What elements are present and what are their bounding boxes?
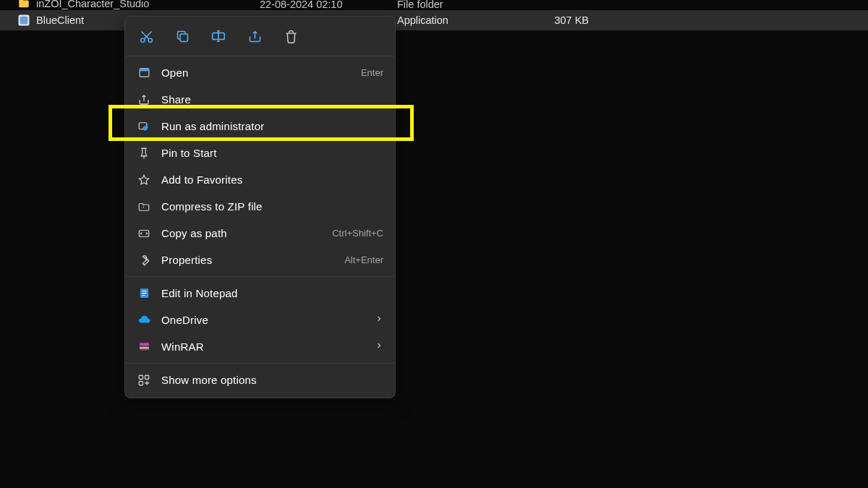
rename-icon[interactable]: [210, 28, 226, 44]
menu-item-onedrive[interactable]: OneDrive: [125, 307, 395, 333]
file-size: 307 KB: [531, 14, 589, 26]
svg-rect-15: [145, 375, 149, 379]
menu-item-winrar[interactable]: WinRAR: [125, 333, 395, 360]
pin-icon: [137, 146, 151, 160]
zip-icon: [137, 200, 151, 214]
file-row[interactable]: inZOI_Character_Studio 22-08-2024 02:10 …: [0, 0, 868, 10]
menu-item-label: Run as administrator: [161, 120, 383, 132]
share-icon[interactable]: [247, 28, 263, 44]
action-bar: [125, 21, 395, 53]
menu-item-label: OneDrive: [161, 314, 375, 326]
svg-rect-1: [20, 17, 28, 25]
svg-rect-14: [139, 375, 142, 379]
context-menu: Open Enter Share Run as administrator Pi…: [124, 16, 396, 398]
menu-item-label: Copy as path: [161, 227, 332, 239]
onedrive-icon: [137, 313, 151, 328]
menu-item-properties[interactable]: Properties Alt+Enter: [125, 247, 395, 273]
file-type: File folder: [397, 0, 531, 10]
menu-item-open[interactable]: Open Enter: [125, 59, 395, 86]
file-type: Application: [397, 14, 531, 26]
notepad-icon: [137, 286, 151, 301]
menu-item-label: Show more options: [161, 374, 383, 386]
copy-path-icon: [137, 226, 151, 241]
menu-item-copy-path[interactable]: Copy as path Ctrl+Shift+C: [125, 220, 395, 247]
menu-item-label: Compress to ZIP file: [161, 200, 383, 213]
menu-item-label: Properties: [161, 254, 344, 266]
cut-icon[interactable]: [138, 28, 154, 44]
winrar-icon: [137, 340, 151, 354]
menu-item-pin[interactable]: Pin to Start: [125, 140, 395, 166]
menu-item-shortcut: Ctrl+Shift+C: [332, 228, 383, 239]
file-name: inZOI_Character_Studio: [36, 0, 149, 9]
app-icon: [17, 14, 30, 27]
menu-item-more-options[interactable]: Show more options: [125, 367, 395, 393]
open-icon: [137, 66, 151, 80]
copy-icon[interactable]: [174, 28, 190, 44]
admin-shield-icon: [137, 119, 151, 134]
menu-item-favorites[interactable]: Add to Favorites: [125, 166, 395, 193]
file-name: BlueClient: [36, 14, 84, 26]
menu-item-zip[interactable]: Compress to ZIP file: [125, 193, 395, 220]
star-icon: [137, 173, 151, 187]
delete-icon[interactable]: [283, 28, 299, 44]
menu-item-label: Add to Favorites: [161, 174, 383, 186]
menu-item-label: Edit in Notepad: [161, 287, 383, 299]
folder-icon: [17, 0, 30, 10]
menu-item-label: Open: [161, 67, 361, 79]
svg-point-3: [148, 38, 152, 42]
svg-rect-4: [180, 34, 188, 42]
menu-item-label: Share: [161, 93, 383, 106]
wrench-icon: [137, 253, 151, 267]
menu-item-notepad[interactable]: Edit in Notepad: [125, 280, 395, 307]
svg-rect-13: [140, 347, 149, 348]
divider: [125, 56, 395, 56]
menu-item-label: WinRAR: [161, 341, 375, 353]
file-date: 22-08-2024 02:10: [260, 0, 397, 10]
divider: [125, 276, 395, 277]
menu-item-share[interactable]: Share: [125, 86, 395, 113]
svg-rect-12: [140, 343, 149, 346]
svg-point-2: [140, 38, 144, 42]
menu-item-label: Pin to Start: [161, 147, 383, 159]
menu-item-shortcut: Alt+Enter: [344, 254, 383, 265]
more-options-icon: [137, 373, 151, 388]
svg-rect-16: [139, 381, 142, 385]
share-arrow-icon: [137, 93, 151, 107]
svg-rect-7: [140, 69, 149, 72]
divider: [125, 363, 395, 364]
chevron-right-icon: [375, 341, 383, 352]
menu-item-run-admin[interactable]: Run as administrator: [125, 113, 395, 140]
chevron-right-icon: [375, 314, 383, 325]
menu-item-shortcut: Enter: [361, 67, 383, 78]
